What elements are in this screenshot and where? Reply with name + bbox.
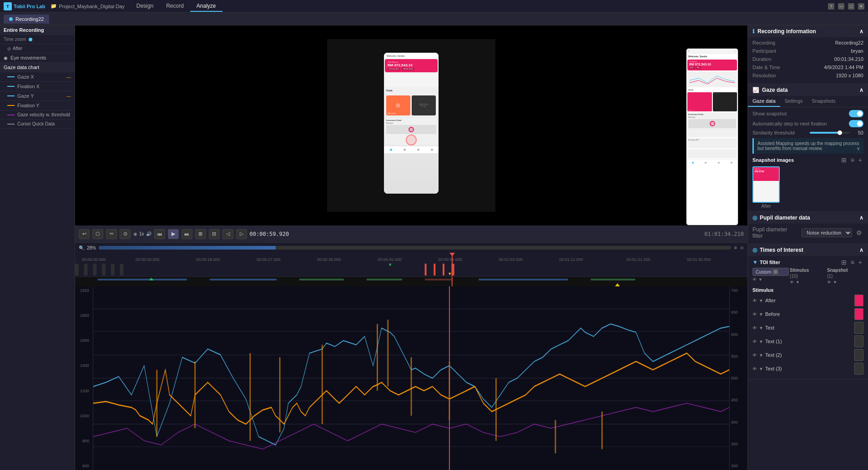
sidebar-gaze-y[interactable]: Gaze Y — <box>0 91 75 101</box>
svg-rect-16 <box>210 279 277 280</box>
zoom-track[interactable] <box>99 246 731 250</box>
tab-gaze-data[interactable]: Gaze data <box>748 96 780 107</box>
svg-rect-14 <box>75 277 747 287</box>
text-thumbnail[interactable] <box>854 322 863 334</box>
recording-tab[interactable]: Recording22 <box>4 15 49 24</box>
svg-rect-17 <box>299 279 344 280</box>
help-button[interactable]: ? <box>828 3 834 10</box>
text2-thumbnail[interactable] <box>854 349 863 361</box>
y-axis-right: 700 650 600 550 500 450 400 350 300 <box>729 286 747 470</box>
stimulus-section: Stimulus 👁 ▼ After 👁 ▼ Befor <box>752 287 863 375</box>
expand-icon[interactable]: ∨ <box>857 146 860 151</box>
similarity-threshold-row: Similarity threshold 50 <box>752 130 863 135</box>
pupil-filter-label: Pupil diameter filter <box>752 226 799 239</box>
snapshot-images-title: Snapshot images <box>752 157 794 163</box>
text1-thumbnail[interactable] <box>854 335 863 347</box>
top-bar: T Tobii Pro Lab 📁 Project_Maybank_Digita… <box>0 0 868 13</box>
svg-rect-6 <box>120 264 124 275</box>
y-label-800: 800 <box>75 439 93 443</box>
maximize-button[interactable]: □ <box>848 3 854 10</box>
pupil-filter-select[interactable]: Noise reduction <box>802 228 852 237</box>
mark-out-button[interactable]: ▷ <box>236 229 247 239</box>
snapshot-item[interactable]: Welcome RM 872K After <box>752 166 780 209</box>
entire-recording-section[interactable]: Entire Recording <box>0 25 75 35</box>
grid-view-btn[interactable]: ⊞ <box>840 156 848 164</box>
toi-custom-col: Custom 0 👁 ▼ <box>752 268 789 285</box>
text3-thumbnail[interactable] <box>854 363 863 375</box>
time-zoom-toggle[interactable] <box>29 38 32 41</box>
before-thumbnail[interactable] <box>854 308 863 320</box>
crop-button[interactable]: ⊞ <box>195 229 206 239</box>
snapshot-col-label: Snapshot <box>827 268 863 273</box>
pupil-settings-btn[interactable]: ⚙ <box>855 229 863 236</box>
text-visibility-icon: 👁 <box>752 325 757 330</box>
tab-snapshots[interactable]: Snapshots <box>807 96 840 107</box>
undo-button[interactable]: ↩ <box>79 229 90 239</box>
duration-value: 00:01:34.210 <box>834 56 863 62</box>
zoom-in-btn[interactable]: ⊕ <box>734 245 737 250</box>
left-video-screen: Welcome, Sandra Total Balance RM 872,543… <box>327 39 495 212</box>
main-chart <box>93 286 729 470</box>
marker-button[interactable]: ⊙ <box>120 229 131 239</box>
tab-record[interactable]: Record <box>160 1 190 12</box>
gaze-data-chart-section[interactable]: Gaze data chart <box>0 63 75 72</box>
y-label-1200: 1200 <box>75 389 93 393</box>
recording-info-header[interactable]: ℹ Recording information ∧ <box>748 25 868 37</box>
custom-tag[interactable]: Custom 0 <box>752 268 789 276</box>
sidebar-gaze-velocity[interactable]: Gaze velocity w. threshold <box>0 110 75 120</box>
sidebar-gaze-x[interactable]: Gaze X — <box>0 72 75 82</box>
y-label-1000: 1000 <box>75 414 93 418</box>
snapshot-grid: Welcome RM 872K After <box>752 166 863 209</box>
mark-in-button[interactable]: ◁ <box>222 229 233 239</box>
similarity-slider[interactable] <box>810 132 850 134</box>
close-button[interactable]: ✕ <box>858 3 864 10</box>
ruler-mark-5: 00:00:45.000 <box>378 257 402 262</box>
rec-label: Recording <box>752 40 775 45</box>
recording-indicator <box>9 17 13 21</box>
after-thumbnail[interactable] <box>854 295 863 306</box>
redo-button[interactable]: ⬡ <box>92 229 103 239</box>
tab-settings[interactable]: Settings <box>780 96 807 107</box>
after-item[interactable]: ◎ After <box>0 44 75 53</box>
y-right-500: 500 <box>730 376 747 380</box>
toi-list-btn[interactable]: ≡ <box>849 259 856 266</box>
eye-movements-section[interactable]: ◉ Eye movements <box>0 53 75 63</box>
toi-header[interactable]: ◎ Times of Interest ∧ <box>748 244 868 256</box>
skip-forward-button[interactable]: ⏭ <box>182 229 192 239</box>
filter-icon: ▼ <box>752 259 758 265</box>
gaze-data-header[interactable]: 📈 Gaze data ∧ <box>748 84 868 96</box>
add-snapshot-btn[interactable]: + <box>857 156 863 164</box>
auto-step-toggle[interactable] <box>849 120 863 127</box>
timeline-wrapper: ↩ ⬡ ✂ ⊙ ◉ 1x 🔊 ⏮ ▶ ⏭ ⊞ ⊟ ◁ ▷ 00:00:59.92… <box>75 225 747 286</box>
sidebar-cursor-quick[interactable]: Cursor Quick Data <box>0 120 75 129</box>
sidebar-fixation-y[interactable]: Fixation Y <box>0 101 75 110</box>
gaze-x-color <box>7 76 15 77</box>
y-right-650: 650 <box>730 310 747 315</box>
toi-grid-btn[interactable]: ⊞ <box>840 259 848 266</box>
minimize-button[interactable]: — <box>838 3 844 10</box>
zoom-out-btn[interactable]: ⊖ <box>740 245 744 250</box>
tab-design[interactable]: Design <box>130 1 160 12</box>
skip-back-button[interactable]: ⏮ <box>154 229 165 239</box>
play-button[interactable]: ▶ <box>168 229 179 239</box>
gaze-x-dash: — <box>66 75 71 80</box>
ruler-mark-1: 00:00:09.000 <box>136 257 160 262</box>
toi-icon: ◎ <box>752 247 757 253</box>
y-label-600: 600 <box>75 464 93 468</box>
toi-add-btn[interactable]: + <box>857 259 863 266</box>
gaze-data-tabs: Gaze data Settings Snapshots <box>748 96 868 107</box>
svg-rect-19 <box>425 279 452 280</box>
left-sidebar: Entire Recording Time zoom ◎ After ◉ Eye… <box>0 25 75 470</box>
text-expand-icon: ▼ <box>759 325 763 330</box>
app-logo: T Tobii Pro Lab <box>4 2 45 10</box>
sidebar-fixation-x[interactable]: Fixation X <box>0 82 75 91</box>
show-snapshot-toggle[interactable] <box>849 110 863 117</box>
snap-button[interactable]: ⊟ <box>209 229 220 239</box>
timeline-ruler: 00:00:00.000 00:00:09.000 00:00:18.000 0… <box>75 253 747 263</box>
pupil-data-header[interactable]: ◎ Pupil diameter data ∧ <box>748 212 868 224</box>
custom-count: 0 <box>772 269 778 275</box>
tab-analyze[interactable]: Analyze <box>190 1 222 12</box>
pupil-filter-row: Pupil diameter filter Noise reduction ⚙ <box>752 226 863 239</box>
list-view-btn[interactable]: ≡ <box>849 156 856 164</box>
cut-button[interactable]: ✂ <box>106 229 117 239</box>
